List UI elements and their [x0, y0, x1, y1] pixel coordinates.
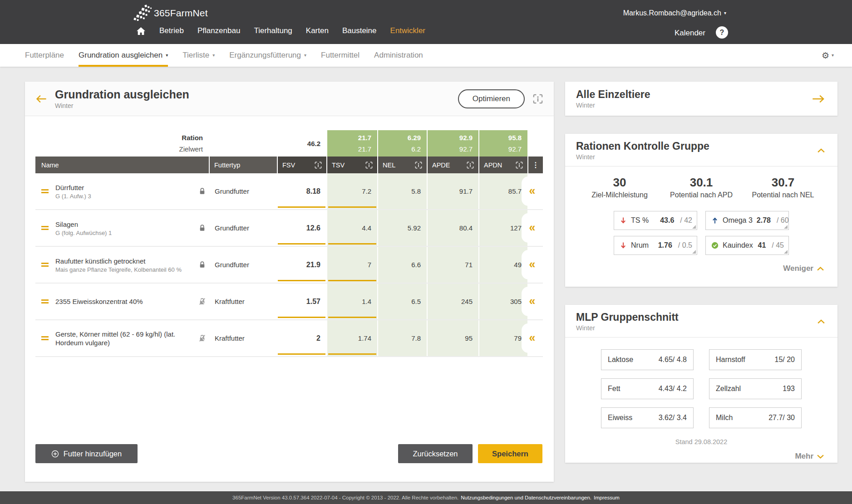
help-icon[interactable]: ? — [716, 26, 728, 39]
tsv-input[interactable]: 7 — [326, 247, 377, 283]
drag-handle-icon[interactable] — [41, 336, 49, 340]
feed-name: 2355 Eiweisskonzentrat 40% — [55, 297, 192, 306]
chip-laktose[interactable]: Laktose 4.65 / 4.8 — [601, 349, 694, 370]
fsv-input[interactable]: 21.9 — [277, 247, 326, 283]
all-animals-panel[interactable]: Alle Einzeltiere Winter — [565, 82, 837, 116]
nav-item-karten[interactable]: Karten — [306, 26, 329, 35]
fsv-input[interactable]: 2 — [277, 320, 326, 356]
chip-harnstoff[interactable]: Harnstoff 15 / 20 — [709, 349, 802, 370]
logo-text: 365FarmNet — [154, 8, 208, 19]
tab-administration[interactable]: Administration — [374, 44, 423, 67]
chip-omega3[interactable]: Omega 3 2.78 / 60 — [705, 211, 789, 230]
target-label: Zielwert — [179, 143, 203, 155]
topbar: 365FarmNet Markus.Rombach@agridea.ch ▾ B… — [0, 0, 852, 44]
nav-item-pflanzenbau[interactable]: Pflanzenbau — [197, 26, 241, 35]
frame-info-icon[interactable] — [467, 161, 474, 169]
logo[interactable]: 365FarmNet — [133, 5, 208, 22]
chevron-up-icon — [818, 148, 825, 153]
collapse-row-button[interactable]: « — [522, 323, 543, 353]
frame-info-icon[interactable] — [533, 94, 543, 104]
user-menu[interactable]: Markus.Rombach@agridea.ch ▾ — [623, 9, 726, 17]
nav-item-tierhaltung[interactable]: Tierhaltung — [254, 26, 292, 35]
panel-subtitle: Winter — [576, 324, 818, 332]
arrow-down-icon — [620, 217, 627, 224]
caret-down-icon: ▾ — [166, 53, 168, 58]
frame-info-icon[interactable] — [516, 161, 523, 169]
fsv-input[interactable]: 8.18 — [277, 173, 326, 209]
tab-tierliste[interactable]: Tierliste ▾ — [182, 44, 215, 67]
collapse-row-button[interactable]: « — [522, 213, 543, 243]
chip-milch[interactable]: Milch 27.7 / 30 — [709, 407, 802, 428]
column-menu-icon[interactable]: ⋮ — [527, 157, 543, 173]
chip-kauindex[interactable]: Kauindex 41 / 45 — [705, 236, 789, 255]
kalender-link[interactable]: Kalender — [675, 29, 705, 38]
table-header-row: Name Futtertyp FSV TSV NEL APDE APDN — [35, 157, 543, 173]
table-row: Raufutter künstlich getrocknet Mais ganz… — [35, 247, 543, 284]
collapse-row-button[interactable]: « — [522, 176, 543, 206]
collapse-row-button[interactable]: « — [522, 287, 543, 316]
fsv-input[interactable]: 1.57 — [277, 284, 326, 319]
feed-type: Grundfutter — [209, 173, 277, 209]
chip-zellzahl[interactable]: Zellzahl 193 — [709, 378, 802, 399]
footer-impressum-link[interactable]: Impressum — [594, 495, 620, 500]
drag-handle-icon[interactable] — [41, 226, 49, 230]
collapse-row-button[interactable]: « — [522, 250, 543, 279]
chip-ts[interactable]: TS % 43.6 / 42 — [614, 211, 697, 230]
show-less-link[interactable]: Weniger — [565, 255, 837, 273]
tab-futtermittel[interactable]: Futtermittel — [321, 44, 360, 67]
frame-info-icon[interactable] — [365, 161, 373, 169]
lock-disabled-icon[interactable] — [198, 298, 206, 305]
drag-handle-icon[interactable] — [41, 299, 49, 303]
gear-icon: ⚙ — [822, 50, 829, 61]
show-more-link[interactable]: Mehr — [565, 445, 837, 461]
add-feed-button[interactable]: Futter hinzufügen — [35, 444, 138, 463]
collapse-panel-button[interactable] — [818, 148, 825, 153]
collapse-panel-button[interactable] — [818, 319, 825, 324]
arrow-right-icon[interactable] — [812, 95, 825, 103]
footer-terms-link[interactable]: Nutzungsbedingungen und Datenschutzverei… — [461, 495, 591, 500]
reset-button[interactable]: Zurücksetzen — [398, 444, 473, 463]
back-arrow-icon[interactable] — [36, 95, 47, 103]
col-header-apdn: APDN — [478, 157, 527, 173]
table-row: Dürrfutter G (1. Aufw.) 3 Grundfutter 8.… — [35, 173, 543, 210]
nav-item-betrieb[interactable]: Betrieb — [159, 26, 184, 35]
frame-info-icon[interactable] — [415, 161, 422, 169]
tsv-input[interactable]: 4.4 — [326, 210, 377, 246]
tsv-input[interactable]: 1.4 — [326, 284, 377, 319]
tsv-input[interactable]: 1.74 — [326, 320, 377, 356]
settings-menu[interactable]: ⚙ ▾ — [822, 44, 834, 67]
stat-potential-apd: 30.1 Potential nach APD — [660, 176, 742, 199]
tab-grundration-ausgleichen[interactable]: Grundration ausgleichen ▾ — [79, 44, 168, 67]
tab-futterplaene[interactable]: Futterpläne — [25, 44, 64, 67]
table-row: 2355 Eiweisskonzentrat 40% Kraftfutter 1… — [35, 284, 543, 320]
apdn-value: 305 — [478, 284, 527, 319]
home-nav-item[interactable] — [136, 27, 146, 35]
optimize-button[interactable]: Optimieren — [458, 89, 525, 108]
caret-down-icon: ▾ — [724, 10, 726, 15]
lock-icon[interactable] — [198, 261, 206, 269]
chip-eiweiss[interactable]: Eiweiss 3.62 / 3.4 — [601, 407, 694, 428]
tab-ergaenzungsfuetterung[interactable]: Ergänzungsfütterung ▾ — [229, 44, 306, 67]
save-button[interactable]: Speichern — [478, 444, 542, 463]
caret-down-icon: ▾ — [832, 53, 834, 58]
col-header-fsv: FSV — [277, 157, 326, 173]
double-chevron-left-icon: « — [529, 259, 536, 271]
caret-down-icon: ▾ — [212, 53, 215, 58]
apde-value: 245 — [427, 284, 478, 319]
tsv-input[interactable]: 7.2 — [326, 173, 377, 209]
apdn-value: 127 — [478, 210, 527, 246]
total-apde: 92.9 92.7 — [427, 130, 478, 157]
drag-handle-icon[interactable] — [41, 263, 49, 267]
chip-fett[interactable]: Fett 4.43 / 4.2 — [601, 378, 694, 399]
stat-potential-nel: 30.7 Potential nach NEL — [742, 176, 824, 199]
frame-info-icon[interactable] — [315, 161, 322, 169]
chip-nrum[interactable]: Nrum 1.76 / 0.5 — [614, 236, 697, 255]
lock-disabled-icon[interactable] — [198, 334, 206, 342]
double-chevron-left-icon: « — [529, 222, 536, 235]
nav-item-entwickler[interactable]: Entwickler — [390, 26, 425, 35]
lock-icon[interactable] — [198, 187, 206, 195]
nav-item-bausteine[interactable]: Bausteine — [342, 26, 377, 35]
lock-icon[interactable] — [198, 224, 206, 232]
fsv-input[interactable]: 12.6 — [277, 210, 326, 246]
drag-handle-icon[interactable] — [41, 189, 49, 193]
